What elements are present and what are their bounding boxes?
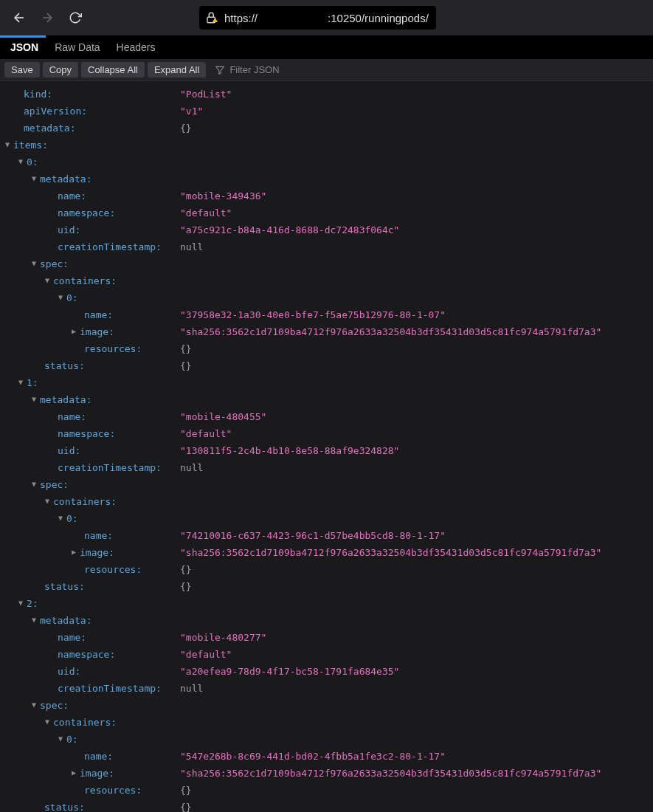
json-row[interactable]: namespace: "default" — [3, 646, 650, 663]
caret-icon[interactable] — [56, 509, 65, 526]
json-row[interactable]: uid: "a20efea9-78d9-4f17-bc58-1791fa684e… — [3, 663, 650, 680]
lock-warning-icon — [205, 11, 218, 24]
reload-button[interactable] — [63, 6, 87, 30]
caret-icon[interactable] — [69, 764, 78, 781]
caret-icon[interactable] — [56, 289, 65, 306]
json-row[interactable]: resources: {} — [3, 561, 650, 578]
json-row[interactable]: name: "74210016-c637-4423-96c1-d57be4bb5… — [3, 527, 650, 544]
json-row[interactable]: apiVersion: "v1" — [3, 103, 650, 120]
url-redacted-host — [258, 13, 328, 23]
json-row[interactable]: creationTimestamp: null — [3, 680, 650, 697]
json-row[interactable]: kind: "PodList" — [3, 86, 650, 103]
caret-icon[interactable] — [30, 390, 38, 407]
json-row[interactable]: image: "sha256:3562c1d7109ba4712f976a263… — [3, 544, 650, 561]
caret-icon[interactable] — [56, 730, 65, 747]
json-row[interactable]: spec: — [3, 255, 650, 272]
json-row[interactable]: 0: — [3, 731, 650, 748]
json-row[interactable]: 2: — [3, 595, 650, 612]
caret-icon[interactable] — [3, 136, 12, 153]
json-row[interactable]: name: "37958e32-1a30-40e0-bfe7-f5ae75b12… — [3, 306, 650, 323]
caret-icon[interactable] — [30, 611, 38, 628]
json-row[interactable]: items: — [3, 137, 650, 154]
json-row[interactable]: 1: — [3, 374, 650, 391]
json-row[interactable]: metadata: — [3, 612, 650, 629]
json-row[interactable]: image: "sha256:3562c1d7109ba4712f976a263… — [3, 765, 650, 782]
tab-raw-data[interactable]: Raw Data — [55, 41, 100, 53]
json-row[interactable]: image: "sha256:3562c1d7109ba4712f976a263… — [3, 323, 650, 340]
json-row[interactable]: status: {} — [3, 357, 650, 374]
json-row[interactable]: metadata: — [3, 391, 650, 408]
browser-navbar: https://:10250/runningpods/ — [0, 0, 653, 35]
json-row[interactable]: resources: {} — [3, 340, 650, 357]
json-row[interactable]: creationTimestamp: null — [3, 238, 650, 255]
json-row[interactable]: status: {} — [3, 799, 650, 812]
json-row[interactable]: containers: — [3, 493, 650, 510]
json-toolbar: Save Copy Collapse All Expand All Filter… — [0, 59, 653, 81]
caret-icon[interactable] — [30, 696, 38, 713]
json-row[interactable]: namespace: "default" — [3, 204, 650, 221]
filter-json[interactable]: Filter JSON — [209, 64, 285, 75]
json-row[interactable]: status: {} — [3, 578, 650, 595]
save-button[interactable]: Save — [4, 62, 40, 78]
json-row[interactable]: name: "mobile-480277" — [3, 629, 650, 646]
json-viewer: kind: "PodList" apiVersion: "v1" metadat… — [0, 81, 653, 812]
json-row[interactable]: spec: — [3, 476, 650, 493]
caret-icon[interactable] — [30, 170, 38, 187]
caret-icon[interactable] — [43, 272, 52, 289]
json-row[interactable]: uid: "130811f5-2c4b-4b10-8e58-88af9e3248… — [3, 442, 650, 459]
json-row[interactable]: spec: — [3, 697, 650, 714]
expand-all-button[interactable]: Expand All — [148, 62, 206, 78]
json-row[interactable]: 0: — [3, 289, 650, 306]
caret-icon[interactable] — [43, 492, 52, 509]
filter-json-placeholder: Filter JSON — [229, 64, 279, 75]
devtools-tabs: JSON Raw Data Headers — [0, 35, 653, 59]
caret-icon[interactable] — [30, 255, 38, 272]
url-bar[interactable]: https://:10250/runningpods/ — [199, 6, 436, 30]
json-row[interactable]: uid: "a75c921c-b84a-416d-8688-dc72483f06… — [3, 221, 650, 238]
json-row[interactable]: metadata: — [3, 171, 650, 187]
tab-headers[interactable]: Headers — [117, 41, 156, 53]
json-row[interactable]: namespace: "default" — [3, 425, 650, 442]
caret-icon[interactable] — [69, 543, 78, 560]
forward-button[interactable] — [35, 6, 59, 30]
collapse-all-button[interactable]: Collapse All — [81, 62, 145, 78]
caret-icon[interactable] — [16, 374, 25, 390]
caret-icon[interactable] — [16, 594, 25, 611]
json-row[interactable]: creationTimestamp: null — [3, 459, 650, 476]
caret-icon[interactable] — [30, 475, 38, 492]
json-row[interactable]: resources: {} — [3, 782, 650, 799]
url-text: https://:10250/runningpods/ — [224, 12, 429, 24]
json-row[interactable]: name: "mobile-480455" — [3, 408, 650, 425]
caret-icon[interactable] — [16, 153, 25, 170]
json-row[interactable]: name: "mobile-349436" — [3, 187, 650, 204]
json-row[interactable]: name: "547e268b-8c69-441d-bd02-4fbb5a1fe… — [3, 748, 650, 765]
json-row[interactable]: 0: — [3, 510, 650, 527]
json-row[interactable]: 0: — [3, 154, 650, 171]
json-row[interactable]: containers: — [3, 714, 650, 731]
json-row[interactable]: metadata: {} — [3, 120, 650, 137]
caret-icon[interactable] — [69, 323, 78, 340]
json-row[interactable]: containers: — [3, 272, 650, 289]
back-button[interactable] — [7, 6, 31, 30]
caret-icon[interactable] — [43, 713, 52, 730]
copy-button[interactable]: Copy — [43, 62, 78, 78]
tab-json[interactable]: JSON — [10, 41, 38, 53]
